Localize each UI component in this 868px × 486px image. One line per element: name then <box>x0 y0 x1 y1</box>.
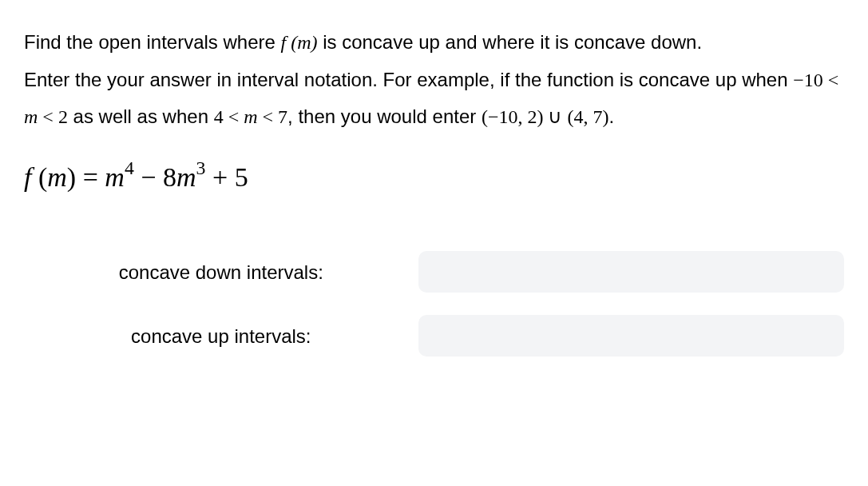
interval-example: (−10, 2) ∪ (4, 7) <box>482 106 609 127</box>
formula-var: (m) <box>38 162 76 192</box>
concave-down-label: concave down intervals: <box>24 254 418 291</box>
prompt-text-2: is concave up and where it is concave do… <box>318 31 703 53</box>
prompt-text-1: Find the open intervals where <box>24 31 281 53</box>
prompt-text-4: as well as when <box>68 106 214 127</box>
minus: − <box>134 162 163 192</box>
formula-f: f <box>24 162 38 192</box>
question-prompt: Find the open intervals where f (m) is c… <box>24 24 844 136</box>
concave-down-row: concave down intervals: <box>24 251 844 293</box>
term2-coef: 8 <box>163 162 176 192</box>
term2-var: m <box>176 162 196 192</box>
concave-up-row: concave up intervals: <box>24 315 844 357</box>
function-formula: f (m) = m4 − 8m3 + 5 <box>24 152 844 204</box>
term1-var: m <box>105 162 125 192</box>
plus-const: + 5 <box>205 162 248 192</box>
prompt-text-5: , then you would enter <box>287 106 482 127</box>
concave-up-input[interactable] <box>418 315 844 357</box>
concave-up-label: concave up intervals: <box>24 318 418 355</box>
period: . <box>608 106 614 127</box>
concave-down-input[interactable] <box>418 251 844 293</box>
term1-exp: 4 <box>125 157 134 178</box>
formula-eq: = <box>76 162 105 192</box>
cond2-text: 4 < m < 7 <box>214 106 287 127</box>
prompt-text-3: Enter the your answer in interval notati… <box>24 69 793 90</box>
function-ref: f (m) <box>281 32 318 53</box>
term2-exp: 3 <box>196 157 206 178</box>
